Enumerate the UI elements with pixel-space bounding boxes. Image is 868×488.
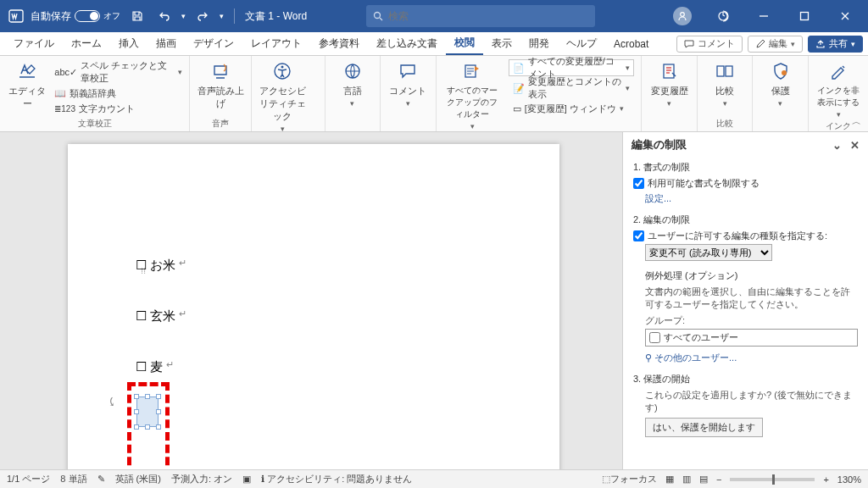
maximize-button[interactable]	[785, 0, 824, 32]
editing-type-select[interactable]: 変更不可 (読み取り専用)	[645, 244, 772, 261]
share-button[interactable]: 共有▾	[808, 36, 863, 53]
tab-review[interactable]: 校閲	[446, 32, 483, 55]
zoom-slider[interactable]	[730, 478, 815, 481]
status-language[interactable]: 英語 (米国)	[115, 473, 161, 485]
list-item[interactable]: ☐お米↵	[136, 258, 186, 308]
status-wordcount[interactable]: 8 単語	[60, 473, 86, 485]
tab-help[interactable]: ヘルプ	[558, 32, 605, 55]
search-input[interactable]	[388, 10, 588, 22]
checkbox-label: 利用可能な書式を制限する	[648, 177, 760, 190]
accessibility-check-button[interactable]: アクセシビリティチェック ▾	[259, 59, 306, 133]
qat-customize-icon[interactable]: ▾	[220, 12, 224, 20]
spellcheck-button[interactable]: abc✓スペル チェックと文章校正▾	[54, 59, 182, 85]
comments-button[interactable]: コメント	[676, 36, 743, 53]
section2-heading: 2. 編集の制限	[633, 214, 858, 226]
autosave-toggle[interactable]: 自動保存 オフ	[31, 9, 120, 24]
thesaurus-icon: 📖	[54, 88, 66, 99]
search-box[interactable]	[366, 5, 595, 27]
hide-ink-button[interactable]: インクを非表示にする ▾	[815, 59, 861, 119]
tab-insert[interactable]: 挿入	[110, 32, 147, 55]
coming-soon-button[interactable]	[704, 0, 743, 32]
other-users-link[interactable]: ⚲ その他のユーザー...	[645, 352, 858, 364]
section3-heading: 3. 保護の開始	[633, 373, 858, 385]
panel-header: 編集の制限 ⌄ ✕	[623, 132, 868, 158]
list-item[interactable]: ☐玄米↵	[136, 308, 186, 359]
zoom-level[interactable]: 130%	[837, 474, 861, 485]
undo-dropdown-icon[interactable]: ▾	[181, 12, 186, 20]
groups-label: グループ:	[645, 314, 858, 327]
redo-button[interactable]	[192, 6, 213, 26]
zoom-out-button[interactable]: −	[716, 474, 721, 485]
track-changes-label: 変更履歴	[651, 85, 688, 97]
editor-button[interactable]: エディター	[7, 59, 47, 110]
checkbox-input[interactable]	[633, 178, 644, 189]
all-markup-filter-button[interactable]: すべてのマークアップのフィルター ▾	[443, 59, 502, 130]
panel-close-button[interactable]: ✕	[850, 139, 860, 152]
tab-view[interactable]: 表示	[483, 32, 520, 55]
read-aloud-button[interactable]: 音声読み上げ	[197, 59, 244, 110]
checkbox-icon[interactable]: ☐	[136, 258, 147, 273]
tab-developer[interactable]: 開発	[520, 32, 558, 55]
formatting-restrict-checkbox[interactable]: 利用可能な書式を制限する	[633, 177, 858, 190]
hide-ink-label: インクを非表示にする	[815, 85, 861, 108]
layout-options-icon[interactable]: ⤹	[107, 395, 117, 408]
tab-layout[interactable]: レイアウト	[242, 32, 310, 55]
minimize-button[interactable]	[744, 0, 783, 32]
section1-heading: 1. 書式の制限	[633, 161, 858, 174]
title-bar: 自動保存 オフ ▾ ▾ 文書 1 - Word	[0, 0, 868, 32]
close-button[interactable]	[826, 0, 865, 32]
markup-filter-label: すべてのマークアップのフィルター	[443, 85, 502, 120]
checkbox-icon[interactable]: ☐	[136, 359, 147, 374]
ribbon-group-accessibility: アクセシビリティチェック ▾ アクセシビリティ	[252, 56, 325, 131]
focus-mode-button[interactable]: ⬚フォーカス	[602, 473, 657, 485]
status-predictive[interactable]: 予測入力: オン	[171, 473, 232, 485]
view-web-button[interactable]: ▤	[699, 474, 708, 485]
view-read-button[interactable]: ▦	[665, 474, 674, 485]
comment-button[interactable]: コメント ▾	[387, 59, 429, 108]
tab-references[interactable]: 参考資料	[310, 32, 368, 55]
status-macro-icon[interactable]: ▣	[242, 474, 251, 485]
tab-mailings[interactable]: 差し込み文書	[368, 32, 446, 55]
track-changes-button[interactable]: 変更履歴 ▾	[648, 59, 690, 108]
tab-file[interactable]: ファイル	[5, 32, 63, 55]
save-button[interactable]	[127, 6, 147, 26]
tab-acrobat[interactable]: Acrobat	[605, 32, 657, 55]
protect-button[interactable]: 保護 ▾	[760, 59, 801, 108]
chevron-down-icon: ▾	[626, 84, 630, 92]
thesaurus-button[interactable]: 📖類義語辞典	[54, 87, 182, 100]
status-spellcheck-icon[interactable]: ✎	[97, 474, 105, 485]
status-page[interactable]: 1/1 ページ	[7, 473, 50, 485]
language-button[interactable]: 言語 ▾	[332, 59, 374, 108]
checkbox-label: ユーザーに許可する編集の種類を指定する:	[648, 230, 827, 242]
collapse-ribbon-button[interactable]: ︿	[852, 115, 861, 128]
tab-draw[interactable]: 描画	[147, 32, 185, 55]
editor-label: エディター	[7, 85, 47, 110]
display-for-review-select[interactable]: 📄すべての変更履歴/コメント▾	[509, 59, 635, 76]
zoom-in-button[interactable]: +	[823, 474, 828, 485]
account-button[interactable]	[663, 0, 702, 32]
compare-button[interactable]: 比較 ▾	[704, 59, 746, 108]
status-accessibility[interactable]: ℹ アクセシビリティ: 問題ありません	[261, 473, 412, 485]
document-area[interactable]: ⁞⁞ ☐お米↵ ☐玄米↵ ☐麦↵ ⤹	[0, 132, 622, 469]
panel-dropdown-button[interactable]: ⌄	[832, 139, 842, 152]
view-print-button[interactable]: ▥	[682, 474, 691, 485]
wordcount-button[interactable]: ≣123文字カウント	[54, 103, 182, 115]
tab-design[interactable]: デザイン	[185, 32, 242, 55]
groups-listbox[interactable]: すべてのユーザー	[645, 329, 858, 347]
checkbox-input[interactable]	[633, 230, 644, 241]
settings-link[interactable]: 設定...	[645, 192, 858, 205]
chevron-down-icon: ▾	[778, 99, 782, 108]
tab-home[interactable]: ホーム	[63, 32, 110, 55]
show-markup-button[interactable]: 📝変更履歴とコメントの表示▾	[509, 80, 635, 97]
autosave-label: 自動保存	[31, 9, 71, 24]
reviewing-pane-button[interactable]: ▭[変更履歴] ウィンドウ▾	[509, 100, 635, 117]
editing-restrict-checkbox[interactable]: ユーザーに許可する編集の種類を指定する:	[633, 230, 858, 242]
checkbox-icon[interactable]: ☐	[136, 308, 147, 324]
everyone-checkbox[interactable]	[649, 332, 660, 343]
editing-mode-button[interactable]: 編集▾	[748, 36, 803, 53]
chevron-down-icon: ▾	[723, 99, 727, 108]
undo-button[interactable]	[154, 6, 175, 26]
chevron-down-icon: ▾	[851, 40, 855, 48]
selection-overlay[interactable]	[136, 396, 159, 427]
start-enforcement-button[interactable]: はい、保護を開始します	[645, 418, 763, 437]
